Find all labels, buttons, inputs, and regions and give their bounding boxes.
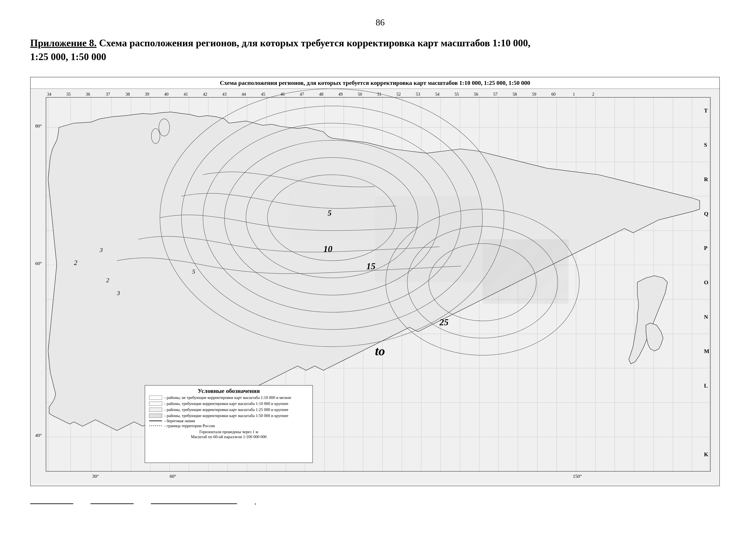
heading-text: Схема расположения регионов, для которых… — [96, 38, 530, 48]
svg-rect-129 — [149, 414, 162, 418]
svg-rect-114 — [375, 196, 482, 282]
svg-text:50: 50 — [358, 92, 362, 96]
svg-text:- районы, не требующие коррект: - районы, не требующие корректировки кар… — [164, 395, 291, 400]
svg-text:43: 43 — [222, 92, 227, 96]
map-title: Схема расположения регионов, для которых… — [31, 77, 719, 89]
footnote-line-1 — [30, 503, 73, 504]
svg-text:38: 38 — [126, 92, 130, 96]
svg-text:45: 45 — [261, 92, 265, 96]
svg-text:Q: Q — [704, 211, 708, 217]
svg-text:37: 37 — [106, 92, 110, 96]
svg-text:- районы, требующие корректиро: - районы, требующие корректировки карт м… — [164, 407, 288, 412]
svg-text:56: 56 — [474, 92, 478, 96]
svg-text:5: 5 — [192, 268, 195, 275]
svg-text:150°: 150° — [573, 473, 582, 479]
svg-text:53: 53 — [416, 92, 420, 96]
svg-text:57: 57 — [493, 92, 498, 96]
svg-text:47: 47 — [300, 92, 304, 96]
svg-text:25: 25 — [439, 317, 448, 327]
svg-text:35: 35 — [67, 92, 71, 96]
svg-text:2: 2 — [106, 277, 109, 284]
svg-text:K: K — [704, 451, 708, 458]
svg-text:Условные обозначения: Условные обозначения — [198, 388, 260, 394]
svg-text:30°: 30° — [92, 473, 99, 479]
svg-text:80°: 80° — [35, 123, 42, 129]
svg-text:P: P — [704, 245, 708, 251]
svg-text:Горизонтали проведены через 1 : Горизонтали проведены через 1 м — [199, 429, 258, 434]
svg-text:- граница территории России: - граница территории России — [164, 423, 215, 428]
svg-text:40: 40 — [164, 92, 169, 96]
svg-text:S: S — [704, 142, 707, 148]
svg-text:1: 1 — [573, 92, 575, 96]
svg-text:R: R — [704, 176, 708, 183]
svg-text:- береговая линия: - береговая линия — [164, 419, 195, 423]
footnote-dot: . — [254, 497, 256, 506]
svg-point-119 — [159, 119, 170, 136]
svg-text:36: 36 — [86, 92, 90, 96]
svg-text:40°: 40° — [35, 433, 42, 438]
svg-text:3: 3 — [99, 247, 103, 254]
svg-rect-127 — [149, 408, 162, 412]
footnote-line-3 — [151, 503, 237, 504]
svg-text:15: 15 — [366, 261, 375, 271]
svg-text:58: 58 — [513, 92, 517, 96]
svg-text:42: 42 — [203, 92, 207, 96]
svg-rect-115 — [482, 239, 569, 304]
svg-point-120 — [151, 129, 160, 144]
map-container: Схема расположения регионов, для которых… — [30, 77, 720, 486]
svg-text:O: O — [704, 279, 708, 286]
svg-text:60°: 60° — [35, 261, 42, 266]
svg-text:N: N — [704, 314, 708, 320]
svg-text:39: 39 — [145, 92, 149, 96]
svg-text:2: 2 — [74, 259, 77, 267]
svg-text:to: to — [375, 344, 385, 358]
svg-text:Масштаб по 60-ой параллели 1:1: Масштаб по 60-ой параллели 1:100 000 000 — [191, 435, 267, 439]
svg-text:10: 10 — [323, 244, 333, 254]
heading-text2: 1:25 000, 1:50 000 — [30, 51, 106, 62]
footnote-area: . — [30, 497, 730, 506]
svg-text:44: 44 — [242, 92, 246, 96]
svg-rect-113 — [289, 175, 375, 239]
heading-appendix: Приложение 8. — [30, 38, 96, 48]
map-content: T S R Q P O N M L K 34 35 36 37 38 39 40… — [31, 89, 719, 485]
svg-text:- районы, требующие корректиро: - районы, требующие корректировки карт м… — [164, 401, 288, 406]
page-heading: Приложение 8. Схема расположения регионо… — [30, 36, 730, 64]
footnote-line-2 — [91, 503, 134, 504]
svg-text:41: 41 — [184, 92, 188, 96]
svg-rect-123 — [149, 396, 162, 399]
svg-text:55: 55 — [454, 92, 459, 96]
svg-rect-125 — [149, 402, 162, 406]
svg-text:L: L — [704, 383, 708, 389]
page-number: 86 — [30, 17, 730, 28]
svg-text:49: 49 — [338, 92, 343, 96]
svg-text:52: 52 — [396, 92, 401, 96]
svg-text:M: M — [704, 348, 709, 355]
svg-text:60°: 60° — [170, 473, 176, 479]
map-svg: T S R Q P O N M L K 34 35 36 37 38 39 40… — [31, 89, 719, 485]
svg-text:48: 48 — [319, 92, 323, 96]
svg-text:2: 2 — [592, 92, 594, 96]
svg-text:- районы, требующие корректиро: - районы, требующие корректировки карт м… — [164, 413, 288, 418]
svg-text:54: 54 — [435, 92, 440, 96]
page: 86 Приложение 8. Схема расположения реги… — [0, 0, 756, 534]
svg-text:34: 34 — [47, 92, 51, 96]
svg-text:T: T — [704, 108, 708, 114]
svg-text:3: 3 — [117, 290, 120, 296]
svg-text:59: 59 — [532, 92, 536, 96]
svg-text:60: 60 — [551, 92, 555, 96]
